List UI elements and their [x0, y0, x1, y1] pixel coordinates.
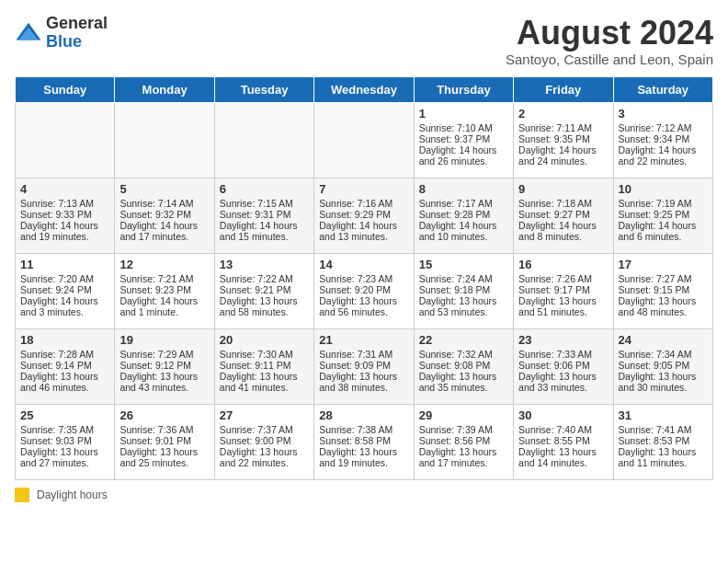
- cell-info: Sunset: 8:56 PM: [419, 435, 508, 446]
- cell-info: Sunrise: 7:14 AM: [119, 198, 209, 209]
- day-number: 15: [419, 258, 508, 271]
- cell-info: Sunrise: 7:12 AM: [619, 122, 708, 133]
- day-number: 14: [319, 258, 408, 271]
- calendar-cell: 29Sunrise: 7:39 AMSunset: 8:56 PMDayligh…: [414, 404, 513, 479]
- calendar-cell: 16Sunrise: 7:26 AMSunset: 9:17 PMDayligh…: [514, 253, 613, 328]
- cell-info: Sunrise: 7:17 AM: [419, 198, 508, 209]
- day-number: 30: [518, 408, 608, 422]
- cell-info: Daylight: 14 hours and 13 minutes.: [319, 220, 408, 242]
- cell-info: Sunrise: 7:26 AM: [518, 273, 608, 284]
- calendar-cell: [314, 102, 414, 178]
- calendar-week-row: 4Sunrise: 7:13 AMSunset: 9:33 PMDaylight…: [16, 178, 713, 253]
- cell-info: Daylight: 13 hours and 25 minutes.: [119, 446, 209, 468]
- cell-info: Daylight: 14 hours and 6 minutes.: [619, 220, 708, 242]
- calendar-cell: 30Sunrise: 7:40 AMSunset: 8:55 PMDayligh…: [514, 404, 613, 479]
- cell-info: Sunset: 9:08 PM: [419, 360, 508, 371]
- day-number: 2: [518, 107, 608, 121]
- day-number: 19: [119, 333, 209, 347]
- cell-info: Sunset: 9:24 PM: [20, 284, 109, 295]
- cell-info: Sunset: 9:12 PM: [119, 360, 209, 371]
- day-number: 17: [619, 258, 708, 271]
- logo: General Blue: [15, 15, 108, 52]
- day-number: 18: [20, 333, 109, 347]
- day-of-week-header: Monday: [115, 76, 214, 102]
- title-section: August 2024 Santoyo, Castille and Leon, …: [506, 15, 713, 67]
- cell-info: Daylight: 13 hours and 30 minutes.: [619, 371, 708, 393]
- cell-info: Sunrise: 7:30 AM: [220, 349, 309, 360]
- day-of-week-header: Wednesday: [314, 76, 414, 102]
- cell-info: Sunset: 9:37 PM: [419, 133, 508, 144]
- cell-info: Daylight: 13 hours and 14 minutes.: [518, 446, 608, 468]
- cell-info: Sunset: 9:06 PM: [518, 360, 608, 371]
- cell-info: Daylight: 13 hours and 17 minutes.: [419, 446, 508, 468]
- logo-general: General: [46, 15, 108, 33]
- cell-info: Sunrise: 7:19 AM: [619, 198, 708, 209]
- day-number: 16: [518, 258, 608, 271]
- calendar-cell: 22Sunrise: 7:32 AMSunset: 9:08 PMDayligh…: [414, 328, 513, 404]
- cell-info: Sunrise: 7:38 AM: [319, 424, 408, 435]
- cell-info: Daylight: 13 hours and 35 minutes.: [419, 371, 508, 393]
- calendar-cell: 21Sunrise: 7:31 AMSunset: 9:09 PMDayligh…: [314, 328, 414, 404]
- cell-info: Sunset: 9:27 PM: [518, 209, 608, 220]
- calendar-week-row: 18Sunrise: 7:28 AMSunset: 9:14 PMDayligh…: [16, 328, 713, 404]
- cell-info: Sunrise: 7:15 AM: [220, 198, 309, 209]
- calendar-cell: 26Sunrise: 7:36 AMSunset: 9:01 PMDayligh…: [115, 404, 214, 479]
- day-of-week-header: Saturday: [613, 76, 712, 102]
- calendar-header: SundayMondayTuesdayWednesdayThursdayFrid…: [16, 76, 713, 102]
- location: Santoyo, Castille and Leon, Spain: [506, 52, 713, 67]
- calendar-week-row: 1Sunrise: 7:10 AMSunset: 9:37 PMDaylight…: [16, 102, 713, 178]
- cell-info: Daylight: 13 hours and 51 minutes.: [518, 295, 608, 317]
- cell-info: Sunrise: 7:24 AM: [419, 273, 508, 284]
- cell-info: Daylight: 14 hours and 15 minutes.: [220, 220, 309, 242]
- cell-info: Daylight: 14 hours and 3 minutes.: [20, 295, 109, 317]
- day-number: 10: [619, 182, 708, 196]
- cell-info: Sunrise: 7:36 AM: [119, 424, 209, 435]
- day-number: 12: [119, 258, 209, 271]
- calendar-cell: [16, 102, 115, 178]
- cell-info: Sunset: 9:35 PM: [518, 133, 608, 144]
- day-number: 5: [119, 182, 209, 196]
- cell-info: Daylight: 13 hours and 38 minutes.: [319, 371, 408, 393]
- day-number: 25: [20, 408, 109, 422]
- day-number: 3: [619, 107, 708, 121]
- cell-info: Daylight: 14 hours and 17 minutes.: [119, 220, 209, 242]
- cell-info: Sunrise: 7:31 AM: [319, 349, 408, 360]
- day-number: 28: [319, 408, 408, 422]
- cell-info: Sunset: 9:09 PM: [319, 360, 408, 371]
- cell-info: Daylight: 13 hours and 41 minutes.: [220, 371, 309, 393]
- cell-info: Sunset: 9:21 PM: [220, 284, 309, 295]
- cell-info: Sunrise: 7:35 AM: [20, 424, 109, 435]
- day-number: 7: [319, 182, 408, 196]
- cell-info: Daylight: 13 hours and 19 minutes.: [319, 446, 408, 468]
- page-header: General Blue August 2024 Santoyo, Castil…: [15, 15, 713, 67]
- calendar-cell: 9Sunrise: 7:18 AMSunset: 9:27 PMDaylight…: [514, 178, 613, 253]
- cell-info: Daylight: 14 hours and 26 minutes.: [419, 144, 508, 167]
- cell-info: Sunrise: 7:11 AM: [518, 122, 608, 133]
- cell-info: Daylight: 13 hours and 53 minutes.: [419, 295, 508, 317]
- day-number: 31: [619, 408, 708, 422]
- calendar-cell: 1Sunrise: 7:10 AMSunset: 9:37 PMDaylight…: [414, 102, 513, 178]
- calendar-cell: [214, 102, 313, 178]
- cell-info: Sunset: 9:18 PM: [419, 284, 508, 295]
- calendar-cell: [115, 102, 214, 178]
- calendar-cell: 12Sunrise: 7:21 AMSunset: 9:23 PMDayligh…: [115, 253, 214, 328]
- cell-info: Sunset: 9:20 PM: [319, 284, 408, 295]
- cell-info: Sunset: 9:29 PM: [319, 209, 408, 220]
- logo-icon: [15, 19, 42, 47]
- month-year: August 2024: [506, 15, 713, 52]
- cell-info: Sunset: 8:55 PM: [518, 435, 608, 446]
- cell-info: Daylight: 13 hours and 43 minutes.: [119, 371, 209, 393]
- cell-info: Sunset: 9:05 PM: [619, 360, 708, 371]
- calendar-cell: 10Sunrise: 7:19 AMSunset: 9:25 PMDayligh…: [613, 178, 712, 253]
- cell-info: Daylight: 14 hours and 22 minutes.: [619, 144, 708, 167]
- calendar-cell: 28Sunrise: 7:38 AMSunset: 8:58 PMDayligh…: [314, 404, 414, 479]
- calendar-cell: 24Sunrise: 7:34 AMSunset: 9:05 PMDayligh…: [613, 328, 712, 404]
- calendar-cell: 31Sunrise: 7:41 AMSunset: 8:53 PMDayligh…: [613, 404, 712, 479]
- cell-info: Sunrise: 7:13 AM: [20, 198, 109, 209]
- cell-info: Daylight: 14 hours and 19 minutes.: [20, 220, 109, 242]
- cell-info: Sunset: 9:11 PM: [220, 360, 309, 371]
- cell-info: Sunrise: 7:41 AM: [619, 424, 708, 435]
- day-number: 8: [419, 182, 508, 196]
- cell-info: Sunset: 9:14 PM: [20, 360, 109, 371]
- calendar-body: 1Sunrise: 7:10 AMSunset: 9:37 PMDaylight…: [16, 102, 713, 479]
